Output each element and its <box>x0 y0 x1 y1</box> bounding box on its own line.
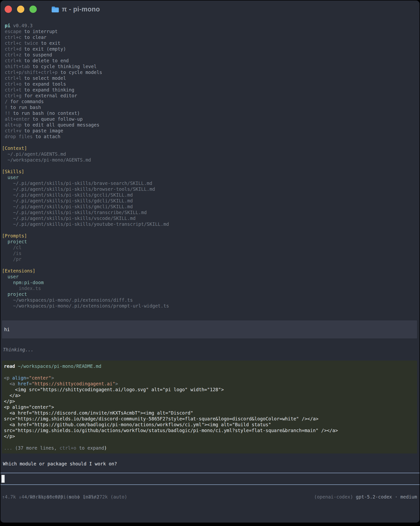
terminal-line: /cl <box>2 244 420 250</box>
minimize-button[interactable] <box>17 6 24 13</box>
terminal-line: [Extensions] <box>2 268 420 274</box>
terminal-line: user <box>2 174 420 180</box>
traffic-lights <box>5 6 37 13</box>
terminal-line: / for commands <box>2 99 420 104</box>
terminal-line: alt+enter to queue follow-up <box>2 116 420 122</box>
terminal-line: pi v0.49.3 <box>2 23 420 29</box>
terminal-line: </a> <box>4 393 415 398</box>
terminal-line: ctrl+g for external editor <box>2 93 420 99</box>
terminal-line <box>4 439 415 445</box>
terminal-line: ~/.pi/agent/skills/pi-skills/vscode/SKIL… <box>2 215 420 221</box>
terminal-line: ctrl+d to exit (empty) <box>2 46 420 52</box>
terminal-line: <p align="center"> <box>4 404 415 410</box>
terminal-line: ~/workspaces/pi-mono/AGENTS.md <box>2 157 420 163</box>
terminal-line: ctrl+l to select model <box>2 75 420 81</box>
prompt-input[interactable] <box>0 473 420 485</box>
title-group: π - pi-mono <box>51 6 100 13</box>
terminal-line <box>2 262 420 268</box>
assistant-message-text: Which module or package should I work on… <box>3 461 420 467</box>
user-message-text: hi <box>4 327 10 332</box>
token-stats-label: ↑4.7k ↓44 R3.8k $0.009 (sub) 1.7%/272k (… <box>2 494 127 500</box>
maximize-button[interactable] <box>30 6 37 13</box>
tool-call-read-block: read ~/workspaces/pi-mono/README.md <p a… <box>2 361 417 454</box>
folder-icon <box>51 6 59 13</box>
terminal-line: ctrl+c to clear <box>2 34 420 40</box>
terminal-line: src="https://img.shields.io/badge/discor… <box>4 416 415 422</box>
terminal-line <box>2 227 420 233</box>
terminal-line <box>4 369 415 375</box>
terminal-line: ~/.pi/agent/skills/pi-skills/youtube-tra… <box>2 221 420 227</box>
provider-label: (openai-codex) <box>314 494 356 499</box>
thinking-indicator: Thinking... <box>3 347 420 353</box>
terminal-line: !! to run bash (no context) <box>2 110 420 116</box>
terminal-line: ~/workspaces/pi-mono/.pi/extensions/prom… <box>2 303 420 309</box>
terminal-line: [Skills] <box>2 169 420 174</box>
terminal-line: index.ts <box>2 285 420 291</box>
terminal-line: ~/.pi/agent/skills/pi-skills/browser-too… <box>2 186 420 192</box>
terminal-line: /pr <box>2 256 420 262</box>
terminal-line: [Prompts] <box>2 233 420 239</box>
terminal-line: <a href="https://github.com/badlogic/pi-… <box>4 422 415 427</box>
terminal-line: ~/.pi/agent/skills/pi-skills/gmcli/SKILL… <box>2 204 420 210</box>
terminal-line: npm:pi-doom <box>2 280 420 285</box>
terminal-line: ~/.pi/agent/skills/pi-skills/transcribe/… <box>2 210 420 215</box>
title-bar: π - pi-mono <box>0 0 420 18</box>
terminal-line: escape to interrupt <box>2 29 420 34</box>
terminal-line: </p> <box>4 398 415 404</box>
startup-help-output: pi v0.49.3 escape to interrupt ctrl+c to… <box>2 23 420 309</box>
terminal-line: ~/.pi/agent/AGENTS.md <box>2 151 420 157</box>
terminal-line: ctrl+o to expand tools <box>2 81 420 87</box>
terminal-line: ~/.pi/agent/skills/pi-skills/gdcli/SKILL… <box>2 198 420 204</box>
terminal-line <box>2 163 420 169</box>
terminal-line: ~/.pi/agent/skills/pi-skills/gccli/SKILL… <box>2 192 420 198</box>
terminal-line: ~/.pi/agent/skills/pi-skills/brave-searc… <box>2 180 420 186</box>
terminal-line: project <box>2 291 420 297</box>
terminal-content: pi v0.49.3 escape to interrupt ctrl+c to… <box>0 23 420 500</box>
close-button[interactable] <box>5 6 12 13</box>
terminal-line: <p align="center"> <box>4 375 415 381</box>
terminal-window: π - pi-mono pi v0.49.3 escape to interru… <box>0 0 420 523</box>
terminal-line: drop files to attach <box>2 133 420 139</box>
terminal-line: ... (37 more lines, ctrl+o to expand) <box>4 445 415 451</box>
model-label: gpt-5.2-codex · medium <box>356 494 417 499</box>
terminal-line: ctrl+t to expand thinking <box>2 87 420 93</box>
terminal-line: ctrl+v to paste image <box>2 128 420 133</box>
status-bar: ~/workspaces/pi-mono (main) ↑4.7k ↓44 R3… <box>2 488 417 500</box>
terminal-line: /is <box>2 250 420 256</box>
terminal-line: <img src="https://shittycodingagent.ai/l… <box>4 387 415 393</box>
user-message-block: hi <box>2 320 417 338</box>
terminal-line <box>2 139 420 145</box>
terminal-line: [Context] <box>2 145 420 151</box>
terminal-line: alt+up to edit all queued messages <box>2 122 420 128</box>
terminal-line: <a href="https://shittycodingagent.ai"> <box>4 381 415 387</box>
terminal-line: read ~/workspaces/pi-mono/README.md <box>4 363 415 369</box>
terminal-line: ctrl+z to suspend <box>2 52 420 58</box>
window-title: π - pi-mono <box>62 6 100 13</box>
terminal-line: </p> <box>4 433 415 439</box>
terminal-line: src="https://img.shields.io/github/actio… <box>4 427 415 433</box>
model-info: (openai-codex) gpt-5.2-codex · medium <box>314 494 417 500</box>
terminal-line: shift+tab to cycle thinking level <box>2 63 420 69</box>
terminal-line: project <box>2 239 420 244</box>
terminal-line: user <box>2 274 420 280</box>
terminal-line: ctrl+p/shift+ctrl+p to cycle models <box>2 69 420 75</box>
terminal-line: ~/workspaces/pi-mono/.pi/extensions/diff… <box>2 297 420 303</box>
terminal-line: <a href="https://discord.com/invite/nKXT… <box>4 410 415 416</box>
terminal-line: ! to run bash <box>2 104 420 110</box>
terminal-line: ctrl+k to delete to end <box>2 58 420 63</box>
text-cursor <box>1 475 5 483</box>
terminal-line: ctrl+c twice to exit <box>2 40 420 46</box>
